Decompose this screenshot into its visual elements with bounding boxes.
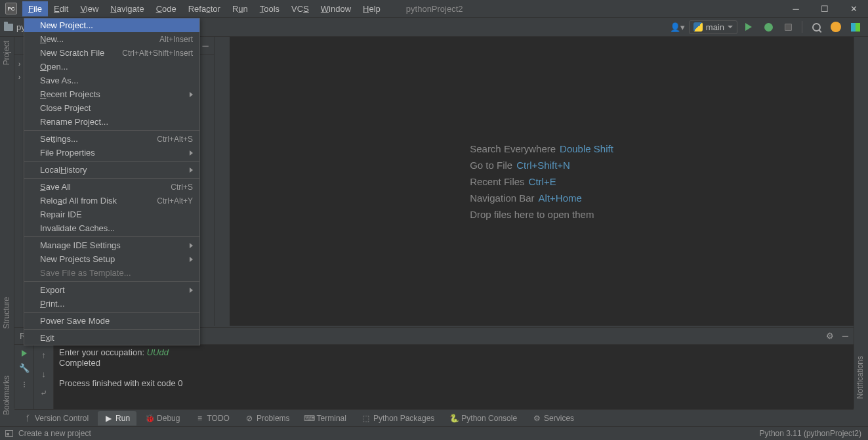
file-menu-reload-all-from-disk[interactable]: Reload All from DiskCtrl+Alt+Y	[24, 194, 199, 208]
hint-row: Recent FilesCtrl+E	[470, 176, 613, 187]
debug-button[interactable]	[760, 19, 777, 35]
warning-icon: ⊘	[245, 414, 253, 422]
window-minimize[interactable]: ─	[781, 0, 810, 18]
menu-file[interactable]: File	[22, 1, 48, 16]
project-tool-tab[interactable]: Project	[0, 37, 13, 69]
run-config-selector[interactable]: main	[689, 20, 737, 34]
file-menu-repair-ide[interactable]: Repair IDE	[24, 208, 199, 221]
tooltab-run[interactable]: ▶Run	[98, 411, 136, 426]
file-menu-print[interactable]: Print...	[24, 297, 199, 311]
tooltab-debug[interactable]: 🐞Debug	[139, 411, 186, 426]
save-icon	[28, 183, 37, 192]
chevron-right-icon	[190, 167, 193, 173]
menu-navigate[interactable]: Navigate	[104, 1, 150, 16]
tooltab-services[interactable]: ⚙Services	[526, 411, 581, 426]
console-output[interactable]: Enter your occupation: UUdd Completed Pr…	[54, 345, 854, 410]
file-menu-power-save-mode[interactable]: Power Save Mode	[24, 314, 199, 328]
tooltab-problems[interactable]: ⊘Problems	[239, 411, 297, 426]
file-menu-export[interactable]: Export	[24, 283, 199, 297]
more-icon[interactable]: ⁝	[23, 380, 26, 389]
pkg-icon: ⬚	[362, 414, 370, 422]
tree-hide-icon[interactable]: ─	[201, 41, 210, 50]
codewithme-icon[interactable]	[847, 19, 864, 35]
menu-help[interactable]: Help	[357, 1, 386, 16]
file-menu-open[interactable]: Open...	[24, 60, 199, 74]
reload-icon	[28, 196, 37, 206]
file-menu-save-as[interactable]: Save As...	[24, 74, 199, 87]
pyconsole-icon: 🐍	[450, 414, 458, 422]
add-user-icon[interactable]: 👤▾	[669, 19, 686, 35]
menu-code[interactable]: Code	[150, 1, 182, 16]
structure-tool-tab[interactable]: Structure	[0, 293, 13, 333]
file-menu-local-history[interactable]: Local History	[24, 163, 199, 177]
file-menu-close-project[interactable]: Close Project	[24, 101, 199, 115]
file-menu-new[interactable]: New...Alt+Insert	[24, 32, 199, 46]
search-button[interactable]	[808, 19, 825, 35]
run-button[interactable]	[740, 19, 757, 35]
hint-row: Search EverywhereDouble Shift	[470, 143, 613, 154]
file-menu-recent-projects[interactable]: Recent Projects	[24, 87, 199, 101]
wrap-icon[interactable]: ⤶	[40, 388, 47, 398]
run-config-name: main	[706, 22, 724, 32]
python-icon	[693, 22, 703, 32]
editor-placeholder[interactable]: Search EverywhereDouble ShiftGo to FileC…	[230, 37, 854, 326]
status-interpreter[interactable]: Python 3.11 (pythonProject2)	[760, 429, 861, 438]
run-gutter-secondary: ↑ ↓ ⤶	[34, 345, 54, 410]
left-tool-strip: Project Structure Bookmarks	[0, 37, 14, 408]
gear-icon[interactable]: ⚙	[826, 331, 834, 341]
tooltab-version-control[interactable]: ᚶVersion Control	[17, 411, 95, 426]
chevron-down-icon	[728, 26, 733, 28]
file-menu-rename-project[interactable]: Rename Project...	[24, 115, 199, 129]
file-menu-file-properties[interactable]: File Properties	[24, 146, 199, 160]
menu-window[interactable]: Window	[315, 1, 357, 16]
file-menu-save-all[interactable]: Save AllCtrl+S	[24, 180, 199, 194]
hint-row: Go to FileCtrl+Shift+N	[470, 160, 613, 171]
print-icon	[28, 299, 37, 309]
menu-edit[interactable]: Edit	[48, 1, 74, 16]
rerun-icon[interactable]	[22, 350, 27, 357]
file-menu-manage-ide-settings[interactable]: Manage IDE Settings	[24, 238, 199, 252]
file-menu-dropdown: New Project...New...Alt+InsertNew Scratc…	[24, 18, 200, 345]
notifications-tool-tab[interactable]: Notifications	[854, 352, 866, 403]
chevron-right-icon	[190, 257, 193, 262]
menu-refactor[interactable]: Refactor	[182, 1, 226, 16]
file-menu-new-project[interactable]: New Project...	[24, 18, 199, 32]
project-title: pythonProject2	[406, 4, 463, 14]
window-maximize[interactable]: ☐	[810, 0, 839, 18]
statusbar-box-icon[interactable]	[5, 430, 13, 437]
file-menu-new-scratch-file[interactable]: New Scratch FileCtrl+Alt+Shift+Insert	[24, 46, 199, 60]
menu-vcs[interactable]: VCS	[285, 1, 315, 16]
menu-tools[interactable]: Tools	[254, 1, 285, 16]
hint-row: Drop files here to open them	[470, 209, 613, 220]
menu-run[interactable]: Run	[226, 1, 254, 16]
ide-updates-icon[interactable]	[827, 19, 844, 35]
file-menu-new-projects-setup[interactable]: New Projects Setup	[24, 252, 199, 266]
up-icon[interactable]: ↑	[41, 350, 46, 360]
services-icon: ⚙	[533, 414, 541, 422]
bookmarks-tool-tab[interactable]: Bookmarks	[0, 372, 13, 419]
editor-hints: Search EverywhereDouble ShiftGo to FileC…	[470, 138, 613, 225]
hint-row: Navigation BarAlt+Home	[470, 192, 613, 204]
window-close[interactable]: ✕	[839, 0, 868, 18]
tooltab-python-packages[interactable]: ⬚Python Packages	[356, 411, 441, 426]
hide-icon[interactable]: ─	[842, 331, 848, 341]
tooltab-python-console[interactable]: 🐍Python Console	[444, 411, 524, 426]
chevron-right-icon	[190, 243, 193, 248]
folder-icon	[4, 24, 13, 31]
down-icon[interactable]: ↓	[41, 369, 46, 379]
run-gutter-primary: 🔧 ⁝	[14, 345, 34, 410]
stop-button[interactable]	[779, 19, 796, 35]
chevron-right-icon	[190, 150, 193, 156]
file-menu-exit[interactable]: Exit	[24, 331, 199, 345]
file-menu-settings[interactable]: Settings...Ctrl+Alt+S	[24, 132, 199, 146]
menu-view[interactable]: View	[74, 1, 104, 16]
tooltab-terminal[interactable]: ⌨Terminal	[299, 411, 353, 426]
status-bar: Create a new project Python 3.11 (python…	[0, 426, 868, 440]
wrench-icon	[28, 135, 37, 144]
app-icon: PC	[5, 3, 17, 14]
branch-icon: ᚶ	[24, 414, 31, 422]
file-menu-invalidate-caches[interactable]: Invalidate Caches...	[24, 221, 199, 235]
wrench-icon[interactable]: 🔧	[19, 363, 30, 373]
tooltab-todo[interactable]: ≡TODO	[189, 411, 236, 426]
chevron-right-icon	[190, 288, 193, 293]
